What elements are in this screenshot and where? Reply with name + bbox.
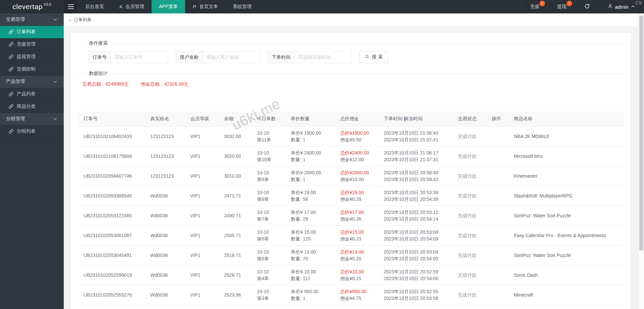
cell-line-order-no: UB2310102052599019 [84, 272, 144, 278]
cell-line-balance: 3020.00 [224, 153, 250, 160]
cell-line-quantity: 数量: 1 [291, 176, 333, 183]
cell-line-level: VIP1 [190, 133, 217, 140]
cell-line-time-unfreeze: 2023年10月10日 20:54:14 [384, 216, 451, 222]
nav-item-2[interactable]: 会员管理 [111, 0, 152, 13]
column-header-2: 真实姓名 [147, 112, 187, 127]
cell-line-level: VIP1 [190, 192, 217, 199]
cell-line-commission: 佣金¥0.23 [340, 235, 377, 242]
sidebar-item-1-3[interactable]: 提现管理 [0, 51, 64, 63]
table-row: UB2310102058407746123123123VIP13010.0010… [77, 166, 624, 186]
cell-line-time-order: 2023年10月10日 20:53:12 [384, 209, 451, 216]
cell-status: 完成付款 [454, 305, 488, 309]
refresh-button[interactable] [575, 0, 599, 13]
sidebar-item-label: 提现管理 [17, 54, 36, 60]
sidebar-group-3[interactable]: 分组管理 [0, 113, 64, 125]
table-row: UB2310102053081087Wd0038VIP12505.7110-10… [77, 226, 624, 246]
nav-item-1[interactable]: 后台首页 [78, 0, 111, 13]
cell-line-balance: 2473.71 [224, 192, 250, 199]
cell-action [488, 305, 511, 309]
order-no-field-label: 订单号 [88, 51, 111, 63]
hamburger-icon[interactable] [64, 0, 78, 13]
logo-version: V3.0 [44, 2, 51, 6]
cell-level: VIP1 [187, 265, 221, 285]
nav-item-4[interactable]: 首页文本 [185, 0, 225, 13]
cell-line-unit-price: 单价¥ 2000.00 [291, 169, 333, 176]
recharge-badge: 0 [539, 1, 545, 6]
cell-total: 总价¥17.00佣金¥0.26 [337, 206, 380, 226]
stats-line: 交易总额：6249989元 佣金总额：42328.38元 [77, 77, 624, 99]
nav-item-3[interactable]: APP菜单 [152, 0, 185, 13]
cell-total: 总价¥19.00佣金¥0.29 [337, 186, 380, 206]
cell-line-time-unfreeze: 2023年10月10日 20:54:05 [384, 255, 451, 262]
sidebar-item-2-2[interactable]: 商品分类 [0, 100, 64, 113]
cell-unit-price: 单价¥ 13.00数量: 70 [287, 246, 337, 265]
cell-line-commission: 佣金¥0.29 [340, 196, 377, 203]
cell-line-time-order: 2023年10月10日 20:58:40 [384, 169, 451, 176]
cell-balance: 2473.71 [221, 186, 254, 206]
sidebar-group-1[interactable]: 交易管理 [0, 13, 64, 26]
cell-line-product: Microsoft lens [514, 153, 621, 160]
sidebar-item-label: 产品列表 [17, 91, 36, 97]
cell-line-time-order: 2023年10月10日 20:53:38 [384, 189, 451, 196]
order-no-field-group: 订单号 [88, 51, 168, 63]
cell-line-commission: 佣金¥0.26 [340, 216, 377, 222]
scrollbar-thumb[interactable] [639, 15, 643, 251]
cell-day: 10-10第9单 [254, 166, 287, 186]
cell-real-name: Wd0038 [147, 186, 187, 206]
cell-line-product: SortPuz: Water Sort Puzzle [514, 252, 621, 259]
cell-line-day-order: 第7单 [257, 216, 284, 222]
orders-table-head: 订单号真实姓名会员等级余额今日单数单价数量总价佣金下单时间 解冻时间交易状态操作… [77, 112, 624, 127]
link-icon [9, 104, 13, 109]
cell-product: Sonic Dash [511, 265, 624, 285]
cell-status: 完成付款 [454, 206, 488, 226]
sidebar-group-2[interactable]: 产品管理 [0, 76, 64, 88]
cell-order-no: UB2310102052555276 [77, 285, 147, 305]
column-header-9: 交易状态 [454, 112, 488, 127]
cell-line-status: 完成付款 [458, 232, 485, 239]
cell-line-day-order: 第9单 [257, 176, 284, 183]
sidebar-item-1-1[interactable]: 订单列表 [0, 26, 64, 38]
cell-line-status: 完成付款 [458, 192, 485, 199]
sidebar: 交易管理订单列表充值管理提现管理交易控制产品管理产品列表商品分类分组管理分组列表 [0, 13, 64, 309]
withdraw-button[interactable]: 提现 1 [548, 0, 575, 13]
cell-line-day: 10-10 [257, 189, 284, 196]
cell-real-name: 123123123 [147, 127, 187, 146]
cell-status: 完成付款 [454, 285, 488, 305]
sidebar-item-2-1[interactable]: 产品列表 [0, 88, 64, 100]
cell-order-no: UB2310102058407746 [77, 166, 147, 186]
top-navbar: clevertap V3.0 后台首页会员管理APP菜单首页文本系统管理 充值 … [0, 0, 644, 13]
chevron-down-icon [53, 117, 58, 122]
search-button[interactable]: 搜 索 [359, 51, 388, 63]
cell-line-total: 总价¥13.00 [340, 249, 377, 255]
nav-item-label: 会员管理 [125, 4, 144, 10]
cell-line-status: 完成付款 [458, 153, 485, 160]
order-time-input[interactable] [295, 51, 352, 63]
cell-line-day: 10-10 [257, 249, 284, 255]
vertical-scrollbar[interactable] [638, 13, 644, 309]
sidebar-item-1-4[interactable]: 交易控制 [0, 63, 64, 76]
cell-line-level: VIP1 [190, 212, 217, 219]
cell-time-order: 2023年10月10日 20:52:592023年10月10日 20:54:00 [380, 265, 454, 285]
order-no-input[interactable] [111, 51, 168, 63]
cell-level: VIP1 [187, 186, 221, 206]
cell-time-order: 2023年10月10日 20:53:382023年10月10日 20:54:39 [380, 186, 454, 206]
cell-unit-price: 单价¥ 19.00数量: 58 [287, 186, 337, 206]
cell-line-quantity: 数量: 1 [291, 156, 333, 163]
nav-item-5[interactable]: 系统管理 [225, 0, 259, 13]
cell-day: 10-10第7单 [254, 206, 287, 226]
cell-real-name: Wd0038 [147, 206, 187, 226]
cell-line-time-order: 2023年10月10日 21:06:17 [384, 149, 451, 156]
cell-total: 总价¥15.00佣金¥0.23 [337, 226, 380, 246]
username-input[interactable] [203, 51, 260, 63]
cell-line-day-order: 第10单 [257, 156, 284, 163]
table-row: UB2310102052555276Wd0038VIP12523.9610-10… [77, 285, 624, 305]
cell-total: 总价¥950.00佣金¥4.75 [337, 285, 380, 305]
cell-line-day-order: 第6单 [257, 235, 284, 242]
recharge-button[interactable]: 充值 0 [521, 0, 548, 13]
cell-total: 总价¥1900.00佣金¥9.50 [337, 127, 380, 146]
sidebar-item-1-2[interactable]: 充值管理 [0, 38, 64, 51]
cell-level: VIP1 [187, 127, 221, 146]
cell-time-order: 2023年10月10日 20:53:082023年10月10日 20:54:09 [380, 226, 454, 246]
cell-total: 总价¥10.00佣金¥0.15 [337, 265, 380, 285]
sidebar-item-3-1[interactable]: 分组列表 [0, 125, 64, 138]
